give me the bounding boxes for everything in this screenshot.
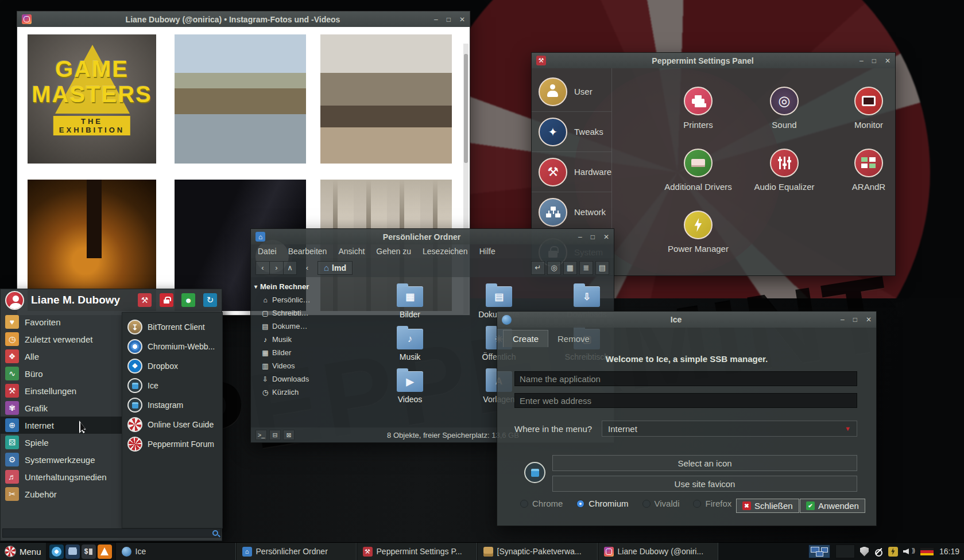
tile-additional-drivers[interactable]: Additional Drivers (655, 149, 741, 192)
taskbar-item-ice[interactable]: Ice (115, 543, 236, 560)
terminal-button[interactable]: >_ (255, 430, 267, 440)
folder-bilder[interactable]: ▦ Bilder (373, 286, 447, 319)
settings-icon[interactable]: ⚒ (138, 293, 152, 307)
category-grafik[interactable]: ✾Grafik (1, 399, 122, 417)
sidebar-item-documents[interactable]: ▤Dokume… (254, 320, 315, 333)
close-icon[interactable]: ✕ (603, 233, 609, 241)
icon-view-button[interactable]: ▦ (563, 261, 577, 275)
reload-button[interactable]: ↵ (531, 261, 545, 275)
maximize-icon[interactable]: □ (591, 233, 595, 241)
category-favoriten[interactable]: ♥Favoriten (1, 313, 122, 330)
sidebar-item-music[interactable]: ♪Musik (254, 333, 315, 346)
tree-toggle-button[interactable]: ⊟ (269, 430, 281, 440)
scrollbar-thumb[interactable] (464, 54, 468, 163)
photo-river-park[interactable] (175, 34, 306, 164)
app-chromium[interactable]: Chromium-Webb... (122, 337, 222, 356)
tile-power-manager[interactable]: Power Manager (655, 211, 741, 254)
category-systemwerkzeuge[interactable]: ⚙Systemwerkzeuge (1, 451, 122, 468)
radio-vivaldi[interactable]: Vivaldi (642, 499, 680, 508)
close-button[interactable]: ✖ Schließen (736, 499, 799, 513)
menu-location-dropdown[interactable]: Internet ▼ (602, 421, 857, 437)
close-pane-button[interactable]: ⊠ (283, 430, 295, 440)
crumb-collapse-button[interactable]: ‹ (300, 261, 314, 275)
sidebar-item-personal[interactable]: ⌂Persönlic… (254, 293, 315, 306)
taskbar-item-file-manager[interactable]: ⌂ Persönlicher Ordner (236, 543, 357, 560)
chromium-launcher-icon[interactable] (49, 545, 64, 559)
tab-remove[interactable]: Remove (548, 330, 599, 347)
category-alle[interactable]: ❖Alle (1, 348, 122, 365)
photo-game-masters[interactable]: GAME MASTERS THE EXHIBITION (28, 34, 156, 164)
radio-firefox[interactable]: Firefox (693, 499, 731, 508)
tile-printers[interactable]: Printers (655, 87, 741, 130)
breadcrumb[interactable]: ⌂ lmd (318, 261, 353, 275)
menu-lesezeichen[interactable]: Lesezeichen (423, 247, 468, 256)
tile-monitor[interactable]: Monitor (826, 87, 912, 130)
list-view-button[interactable]: ≣ (579, 261, 593, 275)
photo-tree-avenue[interactable] (320, 34, 452, 164)
category-buero[interactable]: ∿Büro (1, 365, 122, 382)
sidebar-item-downloads[interactable]: ⇩Downloads (254, 372, 315, 386)
menu-gehen-zu[interactable]: Gehen zu (376, 247, 411, 256)
logout-icon[interactable]: ↻ (203, 293, 217, 307)
web-address-input[interactable] (514, 393, 857, 408)
users-icon[interactable]: ☻ (181, 293, 195, 307)
app-online-user-guide[interactable]: Online User Guide (122, 415, 222, 434)
category-spiele[interactable]: ⚄Spiele (1, 434, 122, 451)
app-ice[interactable]: Ice (122, 376, 222, 395)
battery-icon[interactable] (888, 547, 898, 557)
taskbar-item-synaptic[interactable]: [Synaptic-Paketverwa... (477, 543, 598, 560)
settings-titlebar[interactable]: ⚒ Peppermint Settings Panel – □ ✕ (532, 53, 895, 68)
vlc-launcher-icon[interactable] (98, 545, 112, 559)
app-instagram[interactable]: Instagram (122, 395, 222, 415)
power-plug-icon[interactable] (874, 547, 883, 556)
folder-musik[interactable]: ♪ Musik (373, 329, 447, 361)
taskbar-item-instagram[interactable]: Liane Dubowy (@oniri... (598, 543, 718, 560)
sidebar-root[interactable]: ▾ Mein Rechner (254, 279, 315, 293)
locate-button[interactable]: ◎ (547, 261, 561, 275)
app-peppermint-forum[interactable]: Peppermint Forum (122, 434, 222, 454)
sidebar-item-tweaks[interactable]: ✦ Tweaks (532, 112, 611, 152)
category-internet[interactable]: ⊕Internet (1, 417, 122, 434)
folder-videos[interactable]: ▶ Videos (373, 371, 447, 404)
sidebar-item-recent[interactable]: ◷Kürzlich (254, 386, 315, 399)
radio-chrome[interactable]: Chrome (520, 499, 563, 508)
menu-bearbeiten[interactable]: Bearbeiten (288, 247, 327, 256)
menu-hilfe[interactable]: Hilfe (479, 247, 495, 256)
app-name-input[interactable] (514, 371, 857, 386)
file-manager-titlebar[interactable]: ⌂ Persönlicher Ordner – □ ✕ (251, 229, 614, 244)
up-button[interactable]: ∧ (283, 261, 297, 275)
keyboard-layout-flag-icon[interactable] (920, 547, 934, 556)
lock-icon[interactable] (160, 293, 173, 307)
maximize-icon[interactable]: □ (853, 316, 857, 324)
minimize-icon[interactable]: – (578, 233, 582, 241)
back-button[interactable]: ‹ (255, 261, 269, 275)
menu-search-input[interactable] (3, 529, 212, 537)
file-manager-launcher-icon[interactable] (65, 545, 80, 559)
taskbar-item-settings-panel[interactable]: ⚒ Peppermint Settings P... (357, 543, 477, 560)
minimize-icon[interactable]: – (860, 57, 864, 65)
compact-view-button[interactable]: ▤ (595, 261, 609, 275)
select-icon-button[interactable]: Select an icon (552, 455, 857, 471)
shield-icon[interactable] (860, 547, 869, 557)
app-dropbox[interactable]: ❖Dropbox (122, 356, 222, 376)
avatar[interactable] (5, 291, 24, 310)
use-favicon-button[interactable]: Use site favicon (552, 476, 857, 492)
sidebar-item-desktop[interactable]: ▢Schreibti… (254, 306, 315, 320)
category-zuletzt-verwendet[interactable]: ◷Zuletzt verwendet (1, 330, 122, 348)
menu-button[interactable]: Menu (0, 543, 46, 560)
apply-button[interactable]: ✔ Anwenden (800, 499, 865, 513)
ice-titlebar[interactable]: Ice – □ ✕ (497, 312, 876, 328)
volume-icon[interactable] (903, 547, 915, 556)
minimize-icon[interactable]: – (841, 316, 845, 324)
tab-create[interactable]: Create (503, 330, 548, 347)
sidebar-item-hardware[interactable]: ⚒ Hardware (532, 152, 611, 192)
category-zubehoer[interactable]: ✂Zubehör (1, 485, 122, 503)
close-icon[interactable]: ✕ (459, 15, 465, 24)
menu-datei[interactable]: Datei (258, 247, 277, 256)
close-icon[interactable]: ✕ (885, 57, 891, 65)
maximize-icon[interactable]: □ (447, 15, 451, 24)
sidebar-item-network[interactable]: Network (532, 192, 611, 232)
tile-arandr[interactable]: ARAndR (826, 149, 912, 192)
category-unterhaltungsmedien[interactable]: ♬Unterhaltungsmedien (1, 468, 122, 485)
radio-chromium[interactable]: Chromium (576, 499, 628, 508)
